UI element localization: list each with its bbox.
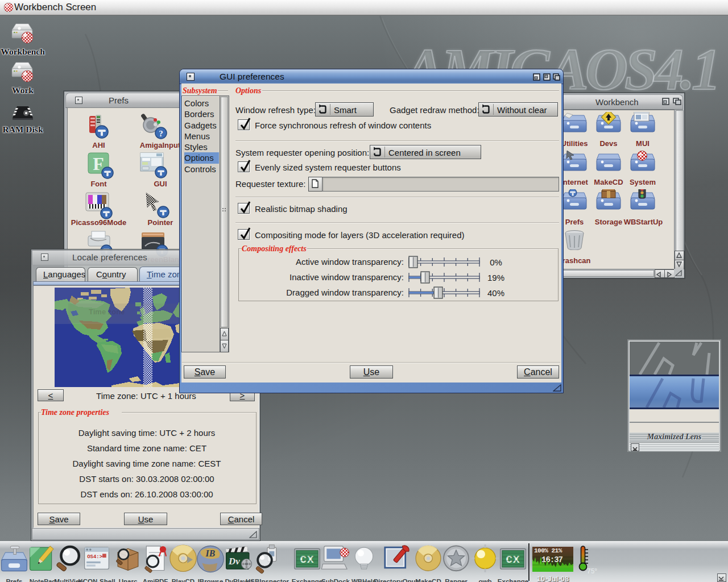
svg-text:75°: 75°	[587, 567, 597, 575]
svg-text:Time zone: Time zone	[89, 307, 125, 316]
svg-text:?: ?	[159, 129, 163, 138]
svg-text:CX: CX	[300, 554, 314, 566]
svg-text:Dv: Dv	[228, 556, 240, 567]
svg-text:OS4:>: OS4:>	[87, 554, 102, 560]
svg-text:CX: CX	[506, 554, 520, 566]
svg-text:IB: IB	[205, 548, 216, 558]
